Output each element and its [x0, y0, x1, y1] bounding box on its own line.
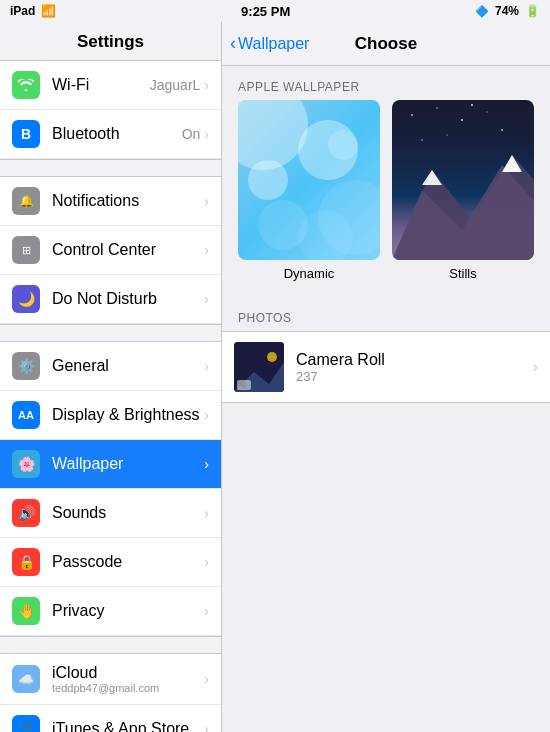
icloud-icon: ☁️: [12, 665, 40, 693]
svg-point-14: [267, 352, 277, 362]
passcode-label: Passcode: [52, 553, 200, 571]
sidebar-item-do-not-disturb[interactable]: 🌙 Do Not Disturb ›: [0, 275, 221, 324]
wallpaper-grid: Dynamic: [222, 100, 550, 297]
sidebar-group-account: ☁️ iCloud teddpb47@gmail.com › 🎵 iTunes …: [0, 654, 221, 732]
privacy-label: Privacy: [52, 602, 200, 620]
sidebar-group-system1: 🔔 Notifications › ⊞ Control Center › 🌙 D…: [0, 177, 221, 324]
display-label: Display & Brightness: [52, 406, 200, 424]
sidebar-item-icloud[interactable]: ☁️ iCloud teddpb47@gmail.com ›: [0, 654, 221, 705]
battery-icon: 🔋: [525, 4, 540, 18]
camera-roll-chevron: ›: [533, 358, 538, 376]
svg-point-16: [241, 382, 247, 388]
sidebar-item-general[interactable]: ⚙️ General ›: [0, 342, 221, 391]
icloud-chevron: ›: [204, 671, 209, 687]
bluetooth-label: Bluetooth: [52, 125, 182, 143]
sidebar-item-bluetooth[interactable]: B Bluetooth On ›: [0, 110, 221, 159]
notifications-chevron: ›: [204, 193, 209, 209]
wallpaper-label: Wallpaper: [52, 455, 200, 473]
sidebar-item-display[interactable]: AA Display & Brightness ›: [0, 391, 221, 440]
svg-marker-10: [422, 170, 442, 185]
wifi-icon: 📶: [41, 4, 56, 18]
bluetooth-icon: B: [12, 120, 40, 148]
wallpaper-chevron: ›: [204, 456, 209, 472]
status-bar: iPad 📶 9:25 PM 🔷 74% 🔋: [0, 0, 550, 22]
stills-label: Stills: [392, 266, 534, 281]
wallpaper-stills[interactable]: Stills: [392, 100, 534, 281]
dynamic-label: Dynamic: [238, 266, 380, 281]
sidebar-item-wifi[interactable]: Wi-Fi JaguarL ›: [0, 61, 221, 110]
bluetooth-value: On: [182, 126, 201, 142]
camera-roll-info: Camera Roll 237: [296, 351, 533, 384]
separator-1: [0, 159, 221, 177]
passcode-icon: 🔒: [12, 548, 40, 576]
sidebar-item-wallpaper[interactable]: 🌸 Wallpaper ›: [0, 440, 221, 489]
back-chevron-icon: ‹: [230, 33, 236, 54]
privacy-chevron: ›: [204, 603, 209, 619]
sidebar-item-control-center[interactable]: ⊞ Control Center ›: [0, 226, 221, 275]
notifications-label: Notifications: [52, 192, 200, 210]
bluetooth-chevron: ›: [204, 126, 209, 142]
bluetooth-icon: 🔷: [475, 5, 489, 18]
sidebar-item-itunes[interactable]: 🎵 iTunes & App Store ›: [0, 705, 221, 732]
camera-roll-title: Camera Roll: [296, 351, 533, 369]
svg-point-6: [471, 104, 473, 106]
svg-point-1: [436, 107, 438, 109]
right-panel-title: Choose: [355, 34, 417, 54]
right-panel: ‹ Wallpaper Choose APPLE WALLPAPER Dynam…: [222, 22, 550, 732]
do-not-disturb-icon: 🌙: [12, 285, 40, 313]
sidebar-title: Settings: [16, 32, 205, 52]
wallpaper-icon: 🌸: [12, 450, 40, 478]
status-right: 🔷 74% 🔋: [475, 4, 540, 18]
wifi-label: Wi-Fi: [52, 76, 150, 94]
passcode-chevron: ›: [204, 554, 209, 570]
camera-roll-thumbnail: [234, 342, 284, 392]
status-time: 9:25 PM: [241, 4, 290, 19]
svg-point-4: [501, 129, 503, 131]
control-center-icon: ⊞: [12, 236, 40, 264]
sounds-label: Sounds: [52, 504, 200, 522]
itunes-label: iTunes & App Store: [52, 720, 200, 732]
icloud-email: teddpb47@gmail.com: [52, 682, 200, 694]
sounds-icon: 🔊: [12, 499, 40, 527]
sidebar-item-sounds[interactable]: 🔊 Sounds ›: [0, 489, 221, 538]
right-header: ‹ Wallpaper Choose: [222, 22, 550, 66]
svg-point-7: [446, 134, 447, 135]
back-label: Wallpaper: [238, 35, 309, 53]
main-layout: Settings Wi-Fi JaguarL › B Bluetooth On …: [0, 22, 550, 732]
sidebar-header: Settings: [0, 22, 221, 61]
wifi-value: JaguarL: [150, 77, 201, 93]
general-chevron: ›: [204, 358, 209, 374]
battery-percent: 74%: [495, 4, 519, 18]
separator-2: [0, 324, 221, 342]
status-left: iPad 📶: [10, 4, 56, 18]
control-center-chevron: ›: [204, 242, 209, 258]
display-icon: AA: [12, 401, 40, 429]
do-not-disturb-chevron: ›: [204, 291, 209, 307]
camera-roll-row[interactable]: Camera Roll 237 ›: [222, 331, 550, 403]
wifi-icon: [12, 71, 40, 99]
apple-wallpaper-section-label: APPLE WALLPAPER: [222, 66, 550, 100]
general-icon: ⚙️: [12, 352, 40, 380]
svg-point-0: [411, 114, 413, 116]
photos-section-label: PHOTOS: [222, 297, 550, 331]
camera-roll-count: 237: [296, 369, 533, 384]
sidebar-item-notifications[interactable]: 🔔 Notifications ›: [0, 177, 221, 226]
itunes-icon: 🎵: [12, 715, 40, 732]
notifications-icon: 🔔: [12, 187, 40, 215]
dynamic-thumbnail: [238, 100, 380, 260]
sidebar-item-privacy[interactable]: 🤚 Privacy ›: [0, 587, 221, 636]
sidebar-group-network: Wi-Fi JaguarL › B Bluetooth On ›: [0, 61, 221, 159]
ipad-label: iPad: [10, 4, 35, 18]
itunes-chevron: ›: [204, 721, 209, 732]
stills-thumbnail: [392, 100, 534, 260]
display-chevron: ›: [204, 407, 209, 423]
back-button[interactable]: ‹ Wallpaper: [230, 33, 309, 54]
sounds-chevron: ›: [204, 505, 209, 521]
svg-point-3: [486, 111, 487, 112]
icloud-label: iCloud: [52, 664, 200, 682]
sidebar-item-passcode[interactable]: 🔒 Passcode ›: [0, 538, 221, 587]
privacy-icon: 🤚: [12, 597, 40, 625]
wallpaper-dynamic[interactable]: Dynamic: [238, 100, 380, 281]
general-label: General: [52, 357, 200, 375]
control-center-label: Control Center: [52, 241, 200, 259]
